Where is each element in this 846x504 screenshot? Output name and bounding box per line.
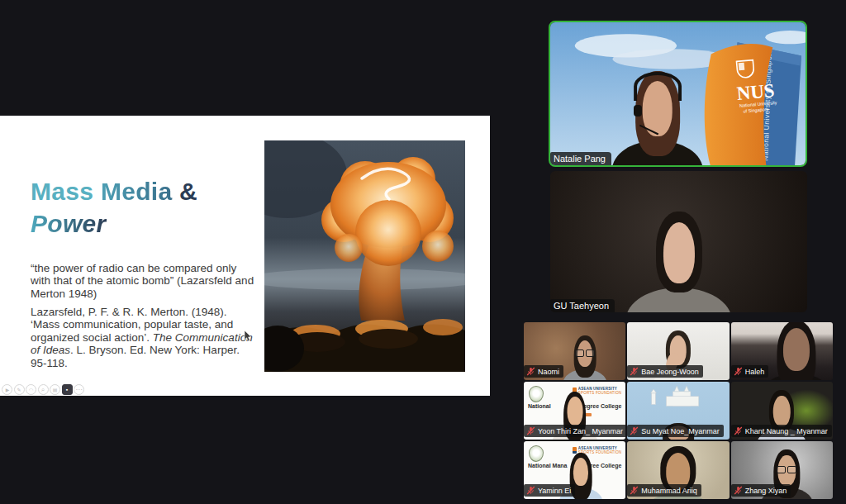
muted-mic-icon [630,486,639,495]
video-tile-muhammad-ariiq[interactable]: Muhammad Ariiq [627,441,729,499]
video-tile-bae-jeong-woon[interactable]: Bae Jeong-Woon [627,322,729,380]
participants-grid: Naomi Bae Jeong-Woon Haleh [524,322,833,499]
participant-name-label: Zhang Xiyan [731,484,791,497]
college-crest-logo [529,445,544,462]
shared-presentation-slide: Mass Media &Power “the power of radio ca… [0,116,490,396]
video-tile-haleh[interactable]: Haleh [731,322,833,380]
muted-mic-icon [526,486,535,495]
glasses [777,466,796,473]
participant-name-label: Yoon Thiri Zan_ Myanmar [524,425,625,437]
participant-name-label: Khant Naung _ Myanmar [731,425,832,437]
participant-name-label: Natalie Pang [550,152,611,165]
muted-mic-icon [734,367,743,376]
college-crest-logo [529,386,544,402]
mushroom-cloud-image [264,140,465,372]
video-tile-zhang-xiyan[interactable]: Zhang Xiyan [731,441,833,499]
camera-icon[interactable] [62,384,73,395]
participant-name-label: Muhammad Ariiq [627,484,701,497]
participant-name-label: GU Taehyeon [550,299,615,312]
eraser-icon[interactable] [26,384,36,395]
muted-mic-icon [526,367,535,376]
video-tile-natalie-pang[interactable]: National University of Singapore NUS Nat… [549,21,807,167]
mouse-cursor [244,330,252,343]
participant-silhouette [765,322,828,380]
participant-silhouette [618,71,697,167]
video-tile-su-myat-noe[interactable]: Su Myat Noe_Myanmar [627,382,729,440]
muted-mic-icon [526,426,535,435]
video-tile-yoon-thiri-zan[interactable]: ASEAN UNIVERSITY SPORTS FOUNDATION Natio… [524,382,625,440]
video-tile-yaminn-ei[interactable]: ASEAN UNIVERSITY SPORTS FOUNDATION Natio… [524,441,625,499]
video-tile-gu-taehyeon[interactable]: GU Taehyeon [550,171,807,312]
slide-toolbar [2,384,84,395]
participant-name-label: Bae Jeong-Woon [627,365,702,378]
participant-silhouette [566,335,604,380]
video-tile-naomi[interactable]: Naomi [524,322,625,380]
magnifier-icon[interactable] [38,384,49,395]
glasses [575,349,595,357]
play-icon[interactable] [2,384,12,395]
muted-mic-icon [630,426,639,435]
participant-silhouette [633,212,725,312]
participant-name-label: Haleh [731,365,769,378]
pen-icon[interactable] [14,384,25,395]
video-tile-khant-naung[interactable]: Khant Naung _ Myanmar [731,382,833,440]
notes-icon[interactable] [50,384,60,395]
muted-mic-icon [630,367,639,376]
muted-mic-icon [734,426,743,435]
participant-name-label: Yaminn Ei [524,484,575,497]
slide-quote-text: “the power of radio can be compared only… [31,262,257,301]
muted-mic-icon [734,486,743,495]
slide-title: Mass Media &Power [31,175,197,240]
more-icon[interactable] [74,384,84,395]
headset-icon [634,72,682,101]
meeting-window: Mass Media &Power “the power of radio ca… [0,0,846,504]
participant-name-label: Naomi [524,365,563,378]
participant-name-label: Su Myat Noe_Myanmar [627,425,724,437]
slide-citation-text: Lazarsfeld, P. F. & R. K. Merton. (1948)… [31,306,257,370]
